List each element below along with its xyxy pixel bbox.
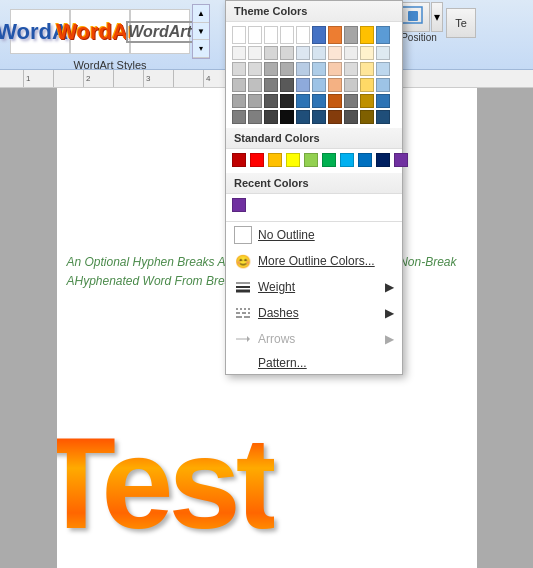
theme-color-swatch[interactable]	[328, 94, 342, 108]
standard-color-swatch[interactable]	[250, 153, 264, 167]
theme-colors-grid	[226, 22, 402, 128]
recent-color-swatch[interactable]	[232, 198, 246, 212]
theme-color-swatch[interactable]	[280, 46, 294, 60]
theme-color-swatch[interactable]	[344, 62, 358, 76]
svg-marker-18	[247, 336, 250, 342]
theme-color-swatch[interactable]	[328, 62, 342, 76]
wordart-sample-3[interactable]: WordArt	[130, 9, 190, 54]
theme-color-swatch[interactable]	[296, 78, 310, 92]
theme-color-swatch[interactable]	[328, 78, 342, 92]
theme-color-swatch[interactable]	[264, 26, 278, 44]
theme-color-swatch[interactable]	[232, 26, 246, 44]
theme-color-swatch[interactable]	[264, 110, 278, 124]
theme-color-swatch[interactable]	[312, 26, 326, 44]
theme-color-swatch[interactable]	[296, 110, 310, 124]
menu-item-pattern[interactable]: Pattern...	[226, 352, 402, 374]
theme-color-swatch[interactable]	[264, 94, 278, 108]
scroll-up-btn[interactable]: ▲	[193, 5, 209, 23]
theme-color-swatch[interactable]	[280, 94, 294, 108]
theme-color-swatch[interactable]	[264, 46, 278, 60]
theme-color-swatch[interactable]	[296, 62, 310, 76]
menu-item-no-outline[interactable]: No Outline	[226, 222, 402, 248]
theme-color-swatch[interactable]	[280, 78, 294, 92]
arrows-arrow: ▶	[385, 332, 394, 346]
theme-color-swatch[interactable]	[232, 46, 246, 60]
theme-color-swatch[interactable]	[248, 94, 262, 108]
wordart-sample-2[interactable]: WordArt	[70, 9, 130, 54]
no-outline-icon	[234, 226, 252, 244]
menu-item-dashes[interactable]: Dashes▶	[226, 300, 402, 326]
theme-color-swatch[interactable]	[344, 94, 358, 108]
theme-color-swatch[interactable]	[232, 62, 246, 76]
more-colors-icon: 😊	[234, 252, 252, 270]
menu-item-weight[interactable]: Weight▶	[226, 274, 402, 300]
theme-color-swatch[interactable]	[360, 62, 374, 76]
standard-color-swatch[interactable]	[376, 153, 390, 167]
theme-color-swatch[interactable]	[296, 46, 310, 60]
theme-color-swatch[interactable]	[376, 62, 390, 76]
scroll-down-btn[interactable]: ▼	[193, 23, 209, 41]
theme-color-swatch[interactable]	[232, 94, 246, 108]
theme-color-swatch[interactable]	[296, 94, 310, 108]
theme-color-swatch[interactable]	[376, 26, 390, 44]
theme-color-swatch[interactable]	[312, 94, 326, 108]
theme-color-swatch[interactable]	[296, 26, 310, 44]
position-dropdown[interactable]: ▾	[431, 2, 443, 32]
theme-color-swatch[interactable]	[248, 62, 262, 76]
standard-color-swatch[interactable]	[268, 153, 282, 167]
theme-color-swatch[interactable]	[280, 110, 294, 124]
menu-items-container: No Outline😊More Outline Colors...Weight▶…	[226, 222, 402, 374]
standard-color-swatch[interactable]	[232, 153, 246, 167]
theme-color-swatch[interactable]	[360, 26, 374, 44]
theme-color-swatch[interactable]	[280, 26, 294, 44]
standard-color-swatch[interactable]	[286, 153, 300, 167]
weight-arrow: ▶	[385, 280, 394, 294]
theme-color-swatch[interactable]	[344, 46, 358, 60]
weight-label: Weight	[258, 280, 295, 294]
theme-color-swatch[interactable]	[344, 110, 358, 124]
more-colors-label: More Outline Colors...	[258, 254, 375, 268]
doc-text-line1: An Optional Hyphen Breaks A W	[67, 253, 240, 272]
theme-color-swatch[interactable]	[360, 78, 374, 92]
theme-color-swatch[interactable]	[280, 62, 294, 76]
theme-colors-title: Theme Colors	[226, 1, 402, 22]
theme-color-swatch[interactable]	[328, 110, 342, 124]
dashes-arrow: ▶	[385, 306, 394, 320]
theme-color-swatch[interactable]	[376, 78, 390, 92]
scroll-dropdown-btn[interactable]: ▾	[193, 40, 209, 58]
theme-color-swatch[interactable]	[376, 94, 390, 108]
theme-color-swatch[interactable]	[344, 78, 358, 92]
standard-colors-row	[226, 149, 402, 173]
theme-color-swatch[interactable]	[312, 46, 326, 60]
standard-color-swatch[interactable]	[358, 153, 372, 167]
standard-color-swatch[interactable]	[340, 153, 354, 167]
theme-color-swatch[interactable]	[328, 26, 342, 44]
theme-color-swatch[interactable]	[344, 26, 358, 44]
theme-color-swatch[interactable]	[376, 46, 390, 60]
theme-color-swatch[interactable]	[248, 110, 262, 124]
theme-color-swatch[interactable]	[360, 46, 374, 60]
theme-color-swatch[interactable]	[376, 110, 390, 124]
theme-color-row-3	[232, 78, 396, 92]
dashes-icon	[234, 304, 252, 322]
theme-color-swatch[interactable]	[328, 46, 342, 60]
theme-color-swatch[interactable]	[360, 110, 374, 124]
theme-color-swatch[interactable]	[360, 94, 374, 108]
text-wrapping-button[interactable]: Te	[446, 8, 476, 38]
standard-color-swatch[interactable]	[394, 153, 408, 167]
theme-color-swatch[interactable]	[232, 110, 246, 124]
theme-color-swatch[interactable]	[248, 46, 262, 60]
theme-color-swatch[interactable]	[248, 26, 262, 44]
theme-color-swatch[interactable]	[264, 78, 278, 92]
theme-color-swatch[interactable]	[248, 78, 262, 92]
standard-color-swatch[interactable]	[304, 153, 318, 167]
theme-color-swatch[interactable]	[312, 78, 326, 92]
standard-color-swatch[interactable]	[322, 153, 336, 167]
theme-color-swatch[interactable]	[264, 62, 278, 76]
menu-item-more-outline-colors[interactable]: 😊More Outline Colors...	[226, 248, 402, 274]
theme-color-swatch[interactable]	[312, 62, 326, 76]
standard-color-row	[232, 153, 396, 167]
theme-color-swatch[interactable]	[312, 110, 326, 124]
theme-color-swatch[interactable]	[232, 78, 246, 92]
wordart-scrollbar: ▲ ▼ ▾	[192, 4, 210, 59]
